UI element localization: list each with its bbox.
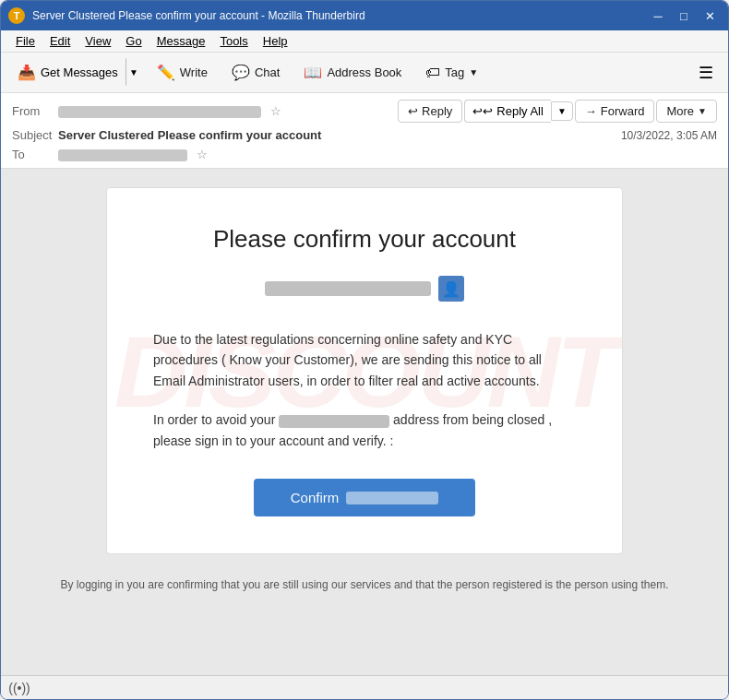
- more-arrow-icon: ▼: [698, 106, 707, 116]
- reply-button[interactable]: ↩ Reply: [398, 100, 462, 123]
- app-icon: T: [8, 7, 25, 24]
- subject-value: Server Clustered Please confirm your acc…: [58, 128, 621, 142]
- to-email-blurred: [58, 149, 187, 161]
- to-star-icon[interactable]: ☆: [197, 148, 208, 161]
- email-footer: By logging in you are confirming that yo…: [60, 576, 668, 593]
- reply-all-group: ↩↩ Reply All ▼: [464, 100, 572, 123]
- get-messages-dropdown-arrow[interactable]: ▼: [125, 58, 142, 86]
- more-label: More: [666, 104, 694, 118]
- minimize-button[interactable]: ─: [647, 6, 669, 25]
- reply-all-icon: ↩↩: [472, 104, 493, 118]
- more-button[interactable]: More ▼: [656, 100, 717, 123]
- email-content-card: DISCOUNT Please confirm your account 👤 D…: [106, 187, 623, 554]
- from-value: ☆: [58, 104, 398, 118]
- menu-file[interactable]: File: [8, 32, 42, 50]
- email-body-area: DISCOUNT Please confirm your account 👤 D…: [1, 169, 728, 675]
- paragraph-1: Due to the latest regulations concerning…: [153, 329, 576, 391]
- forward-button[interactable]: → Forward: [575, 100, 655, 123]
- write-icon: ✏️: [157, 64, 175, 81]
- toolbar: 📥 Get Messages ▼ ✏️ Write 💬 Chat 📖 Addre…: [1, 53, 728, 93]
- maximize-button[interactable]: □: [673, 6, 695, 25]
- email-content-title: Please confirm your account: [153, 225, 576, 254]
- write-button[interactable]: ✏️ Write: [147, 58, 218, 87]
- chat-icon: 💬: [232, 64, 250, 81]
- person-icon: 👤: [442, 280, 460, 298]
- subject-row: Subject Server Clustered Please confirm …: [12, 125, 717, 145]
- recipient-row: 👤: [153, 276, 576, 302]
- paragraph-2: In order to avoid your address from bein…: [153, 409, 576, 451]
- confirm-button[interactable]: Confirm: [254, 479, 475, 516]
- address-book-icon: 📖: [304, 64, 322, 81]
- menu-go[interactable]: Go: [118, 32, 149, 50]
- forward-label: Forward: [601, 104, 645, 118]
- chat-label: Chat: [255, 65, 280, 79]
- menu-message[interactable]: Message: [149, 32, 213, 50]
- email-date: 10/3/2022, 3:05 AM: [621, 129, 717, 142]
- recipient-email-blurred: [265, 281, 431, 296]
- menu-tools[interactable]: Tools: [212, 32, 255, 50]
- from-star-icon[interactable]: ☆: [270, 104, 281, 118]
- wifi-icon: ((•)): [10, 679, 29, 697]
- status-bar: ((•)): [1, 675, 728, 699]
- inbox-icon: 📥: [18, 64, 36, 81]
- to-row: To ☆: [12, 145, 717, 164]
- from-row: From ☆ ↩ Reply ↩↩ Reply All ▼: [12, 97, 717, 125]
- reply-all-button[interactable]: ↩↩ Reply All: [464, 100, 551, 123]
- reply-icon: ↩: [408, 104, 418, 118]
- reply-all-label: Reply All: [496, 104, 544, 118]
- tag-label: Tag: [445, 65, 464, 79]
- tag-dropdown-arrow: ▼: [469, 67, 478, 77]
- address-book-label: Address Book: [327, 65, 401, 79]
- window-title: Server Clustered Please confirm your acc…: [32, 9, 647, 22]
- to-value: ☆: [58, 148, 717, 161]
- action-buttons: ↩ Reply ↩↩ Reply All ▼ → Forward More ▼: [398, 100, 717, 123]
- window-controls: ─ □ ✕: [647, 6, 721, 25]
- title-bar: T Server Clustered Please confirm your a…: [1, 1, 728, 30]
- menu-view[interactable]: View: [78, 32, 118, 50]
- paragraph-2-prefix: In order to avoid your: [153, 412, 275, 427]
- from-email-blurred: [58, 106, 261, 118]
- card-content: Please confirm your account 👤 Due to the…: [153, 225, 576, 516]
- get-messages-label: Get Messages: [41, 65, 118, 79]
- get-messages-button[interactable]: 📥 Get Messages: [9, 58, 125, 87]
- reply-label: Reply: [422, 104, 452, 118]
- main-window: T Server Clustered Please confirm your a…: [0, 0, 729, 700]
- tag-icon: 🏷: [425, 65, 440, 81]
- from-label: From: [12, 104, 58, 118]
- get-messages-group: 📥 Get Messages ▼: [8, 57, 143, 88]
- avatar-icon: 👤: [438, 276, 464, 302]
- confirm-button-wrapper: Confirm: [153, 479, 576, 516]
- menu-bar: File Edit View Go Message Tools Help: [1, 30, 728, 53]
- menu-edit[interactable]: Edit: [42, 32, 78, 50]
- chat-button[interactable]: 💬 Chat: [221, 58, 290, 87]
- address-blurred: [279, 415, 389, 428]
- tag-button[interactable]: 🏷 Tag ▼: [415, 59, 488, 87]
- close-button[interactable]: ✕: [699, 6, 721, 25]
- address-book-button[interactable]: 📖 Address Book: [293, 58, 412, 87]
- reply-all-dropdown[interactable]: ▼: [551, 101, 573, 121]
- confirm-label: Confirm: [291, 490, 340, 505]
- subject-label: Subject: [12, 128, 58, 142]
- wifi-symbol: ((•)): [8, 681, 30, 695]
- confirm-url-blurred: [346, 492, 438, 504]
- to-label: To: [12, 148, 58, 161]
- menu-hamburger-button[interactable]: ☰: [691, 58, 721, 88]
- forward-icon: →: [585, 104, 597, 118]
- menu-help[interactable]: Help: [256, 32, 295, 50]
- write-label: Write: [180, 65, 208, 79]
- email-header: From ☆ ↩ Reply ↩↩ Reply All ▼: [1, 93, 728, 169]
